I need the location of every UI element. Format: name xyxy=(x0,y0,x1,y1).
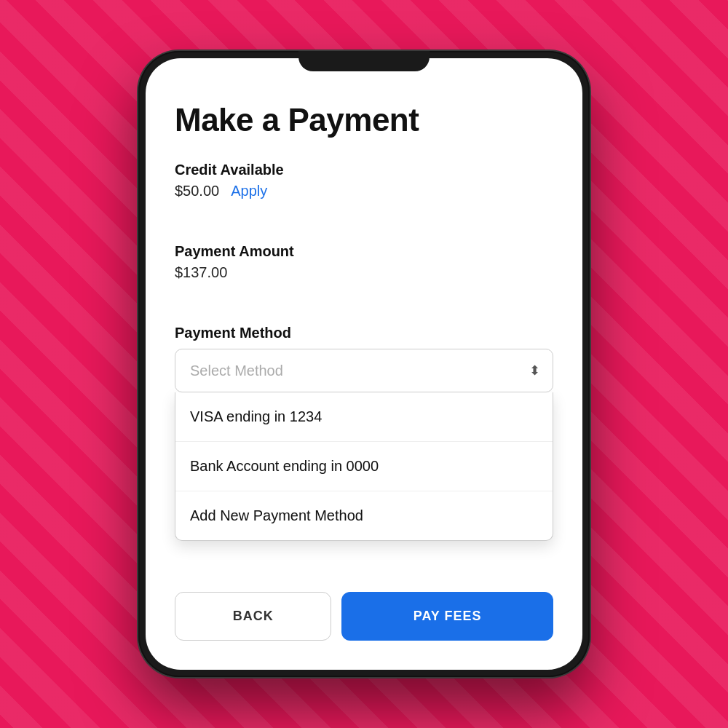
pay-fees-button[interactable]: PAY FEES xyxy=(341,592,553,641)
payment-amount-section: Payment Amount $137.00 xyxy=(175,243,553,281)
phone-shell: Make a Payment Credit Available $50.00 A… xyxy=(138,51,590,677)
credit-value-row: $50.00 Apply xyxy=(175,183,553,199)
dropdown-item-visa[interactable]: VISA ending in 1234 xyxy=(175,392,553,442)
credit-amount: $50.00 xyxy=(175,183,219,199)
payment-method-label: Payment Method xyxy=(175,325,553,341)
payment-amount: $137.00 xyxy=(175,264,227,281)
bottom-buttons: BACK PAY FEES xyxy=(146,577,582,670)
back-button[interactable]: BACK xyxy=(175,592,331,641)
payment-amount-label: Payment Amount xyxy=(175,243,553,260)
page-title: Make a Payment xyxy=(175,102,553,138)
credit-available-section: Credit Available $50.00 Apply xyxy=(175,162,553,199)
payment-amount-value: $137.00 xyxy=(175,264,553,281)
payment-method-select[interactable]: Select Method VISA ending in 1234 Bank A… xyxy=(175,349,553,392)
dropdown-item-add-new[interactable]: Add New Payment Method xyxy=(175,491,553,540)
apply-link[interactable]: Apply xyxy=(231,183,267,199)
payment-method-section: Payment Method Select Method VISA ending… xyxy=(175,325,553,541)
credit-available-label: Credit Available xyxy=(175,162,553,178)
screen-content: Make a Payment Credit Available $50.00 A… xyxy=(146,58,582,577)
phone-notch xyxy=(298,51,430,71)
phone-screen: Make a Payment Credit Available $50.00 A… xyxy=(146,58,582,670)
dropdown-list: VISA ending in 1234 Bank Account ending … xyxy=(175,392,553,541)
dropdown-item-bank[interactable]: Bank Account ending in 0000 xyxy=(175,442,553,491)
payment-method-dropdown-wrapper: Select Method VISA ending in 1234 Bank A… xyxy=(175,349,553,392)
